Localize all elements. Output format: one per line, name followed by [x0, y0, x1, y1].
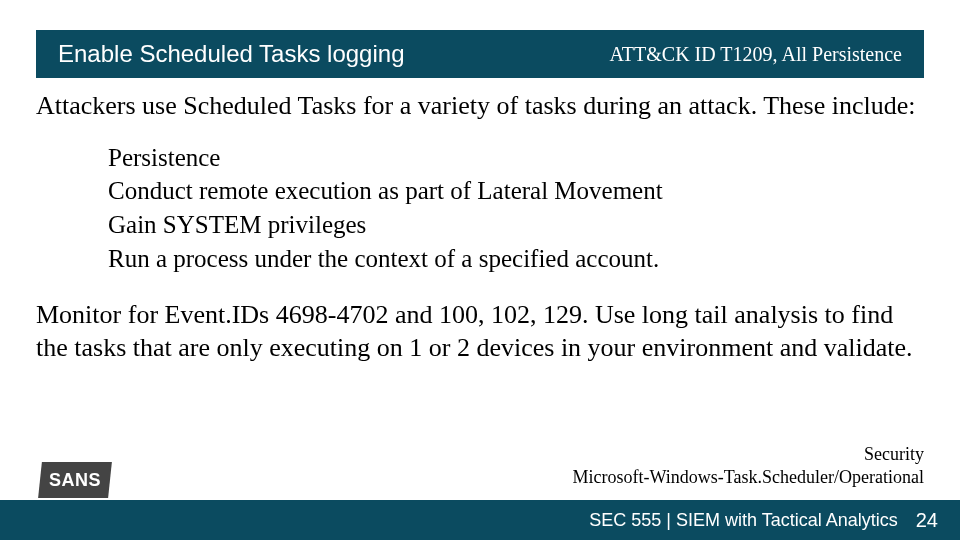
course-label: SEC 555 | SIEM with Tactical Analytics [589, 510, 897, 531]
slide-header: Enable Scheduled Tasks logging ATT&CK ID… [36, 30, 924, 78]
list-item: Run a process under the context of a spe… [108, 242, 924, 276]
slide: Enable Scheduled Tasks logging ATT&CK ID… [0, 0, 960, 540]
bullet-list: Persistence Conduct remote execution as … [36, 141, 924, 276]
list-item: Gain SYSTEM privileges [108, 208, 924, 242]
note-line: Security [573, 443, 924, 466]
log-channels-note: Security Microsoft-Windows-Task.Schedule… [573, 443, 924, 488]
attck-tag: ATT&CK ID T1209, All Persistence [610, 43, 902, 66]
note-line: Microsoft-Windows-Task.Scheduler/Operati… [573, 466, 924, 489]
list-item: Persistence [108, 141, 924, 175]
slide-title: Enable Scheduled Tasks logging [58, 40, 404, 68]
slide-body: Attackers use Scheduled Tasks for a vari… [36, 90, 924, 364]
list-item: Conduct remote execution as part of Late… [108, 174, 924, 208]
slide-footer: SEC 555 | SIEM with Tactical Analytics 2… [0, 500, 960, 540]
intro-paragraph: Attackers use Scheduled Tasks for a vari… [36, 90, 924, 123]
sans-logo: SANS [38, 462, 112, 498]
monitor-paragraph: Monitor for Event.IDs 4698-4702 and 100,… [36, 298, 924, 365]
page-number: 24 [916, 509, 938, 532]
logo-text: SANS [49, 470, 101, 491]
